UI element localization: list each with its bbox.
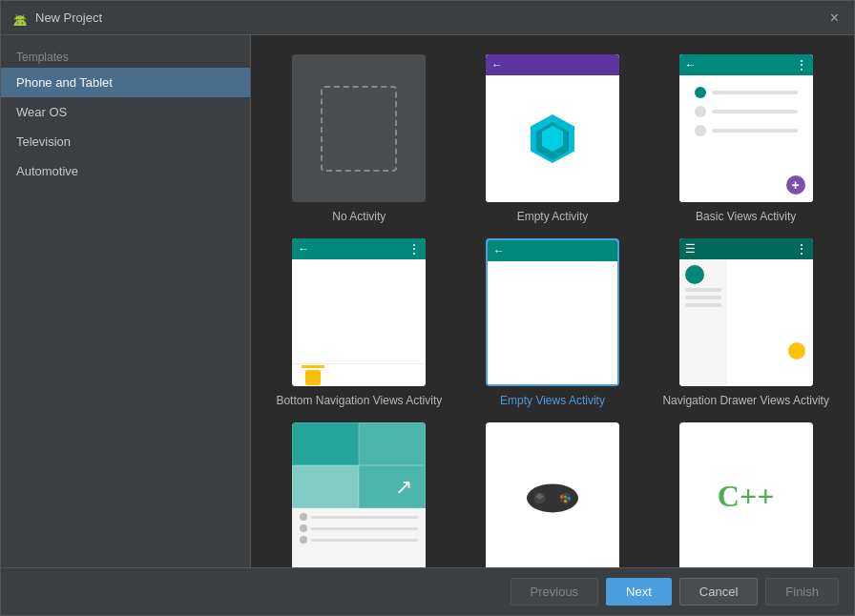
template-nav-drawer-thumb: ☰ ⋮ xyxy=(679,238,813,386)
template-empty-views[interactable]: ← Empty Views Activity xyxy=(464,238,642,407)
template-no-activity-label: No Activity xyxy=(332,210,386,223)
chart-list xyxy=(292,508,426,567)
dialog-body: Templates Phone and Tablet Wear OS Telev… xyxy=(1,35,854,567)
chart-list-line-3 xyxy=(311,539,418,542)
dashed-box xyxy=(321,86,397,172)
template-responsive-views[interactable]: ↗ xyxy=(270,422,448,567)
template-empty-views-label: Empty Views Activity xyxy=(500,394,605,407)
list-row-3 xyxy=(687,121,805,140)
game-preview xyxy=(486,422,619,567)
template-native-cpp[interactable]: C++ Native C++ xyxy=(657,422,835,567)
empty-views-toolbar: ← xyxy=(488,240,617,261)
cpp-label-text: C++ xyxy=(718,479,775,514)
template-no-activity[interactable]: No Activity xyxy=(270,54,448,223)
sidebar: Templates Phone and Tablet Wear OS Telev… xyxy=(1,35,251,567)
drawer-circle xyxy=(685,265,704,284)
back-arrow-icon: ← xyxy=(491,58,503,72)
template-bottom-nav-label: Bottom Navigation Views Activity xyxy=(276,394,442,407)
template-game-activity[interactable]: Game Activity xyxy=(464,422,642,567)
sidebar-item-phone-tablet[interactable]: Phone and Tablet xyxy=(1,68,250,97)
cpp-preview: C++ xyxy=(679,422,813,567)
chart-list-row-1 xyxy=(300,513,418,521)
svg-point-11 xyxy=(564,500,567,503)
chart-cell-1 xyxy=(292,422,359,465)
template-no-activity-thumb xyxy=(292,54,426,202)
list-line-3 xyxy=(712,129,798,133)
svg-point-9 xyxy=(564,495,567,498)
finish-button[interactable]: Finish xyxy=(765,578,839,606)
sidebar-item-phone-tablet-label: Phone and Tablet xyxy=(16,75,113,90)
sidebar-item-television-label: Television xyxy=(16,134,71,149)
bottom-nav-content xyxy=(292,259,426,363)
svg-point-10 xyxy=(568,497,571,500)
chart-list-row-3 xyxy=(300,536,418,544)
nav-drawer-more-icon: ⋮ xyxy=(795,241,807,257)
chart-cell-4 xyxy=(359,465,426,508)
sidebar-item-wear-os[interactable]: Wear OS xyxy=(1,97,250,127)
empty-views-content xyxy=(488,261,617,384)
sidebar-section-templates: Templates xyxy=(1,43,250,68)
drawer-line-3 xyxy=(685,303,721,307)
android-icon xyxy=(12,10,28,26)
chart-list-dot-3 xyxy=(300,536,307,544)
nav-drawer-preview: ☰ ⋮ xyxy=(679,238,813,386)
basic-views-toolbar: ← ⋮ xyxy=(679,54,813,75)
basic-views-back-icon: ← xyxy=(685,58,697,72)
chart-arrow-icon: ↗ xyxy=(395,475,412,500)
basic-views-more-icon: ⋮ xyxy=(795,57,807,72)
list-dot-3 xyxy=(695,125,706,136)
empty-views-back-icon: ← xyxy=(493,244,505,257)
nav-drawer-body xyxy=(679,259,813,386)
list-row-1 xyxy=(687,83,805,102)
list-line-1 xyxy=(712,91,798,94)
sidebar-item-automotive[interactable]: Automotive xyxy=(1,156,250,186)
template-responsive-thumb: ↗ xyxy=(292,422,426,567)
previous-button[interactable]: Previous xyxy=(511,578,599,606)
svg-rect-7 xyxy=(538,494,542,500)
nav-drawer-fab xyxy=(788,342,805,359)
hex-logo xyxy=(529,113,576,165)
chart-list-dot-1 xyxy=(300,513,307,521)
template-bottom-nav[interactable]: ← ⋮ Bottom Navigat xyxy=(270,238,448,407)
empty-activity-toolbar: ← xyxy=(486,54,619,75)
next-button[interactable]: Next xyxy=(606,578,672,606)
bottom-nav-toolbar: ← ⋮ xyxy=(292,238,426,259)
template-game-thumb xyxy=(486,422,619,567)
bottom-nav-back-icon: ← xyxy=(298,242,309,256)
bottom-nav-indicator xyxy=(302,365,324,368)
list-dot-2 xyxy=(695,106,706,117)
template-basic-views[interactable]: ← ⋮ xyxy=(657,54,835,223)
dialog-header: New Project × xyxy=(1,1,854,35)
dialog-title-text: New Project xyxy=(35,10,102,25)
content-area: No Activity ← xyxy=(251,35,854,567)
chart-list-row-2 xyxy=(300,524,418,532)
bottom-nav-more-icon: ⋮ xyxy=(407,241,420,257)
template-empty-activity[interactable]: ← Empty Activ xyxy=(464,54,642,223)
chart-list-dot-2 xyxy=(300,524,307,532)
nav-drawer-toolbar: ☰ ⋮ xyxy=(679,238,813,259)
dialog-title-area: New Project xyxy=(12,10,102,26)
sidebar-item-wear-os-label: Wear OS xyxy=(16,105,67,119)
empty-activity-content xyxy=(486,75,619,202)
templates-grid: No Activity ← xyxy=(251,35,854,567)
empty-activity-preview: ← xyxy=(486,54,619,202)
template-basic-views-thumb: ← ⋮ xyxy=(679,54,813,202)
template-nav-drawer[interactable]: ☰ ⋮ xyxy=(657,238,835,407)
close-button[interactable]: × xyxy=(826,9,843,28)
empty-views-preview: ← xyxy=(488,240,617,384)
drawer-main xyxy=(727,259,813,386)
responsive-preview: ↗ xyxy=(292,422,426,567)
template-basic-views-label: Basic Views Activity xyxy=(696,210,796,223)
chart-list-line-2 xyxy=(311,527,418,530)
list-row-2 xyxy=(687,102,805,121)
sidebar-item-television[interactable]: Television xyxy=(1,127,250,156)
template-empty-activity-thumb: ← xyxy=(486,54,619,202)
nav-drawer-back-icon: ☰ xyxy=(685,242,696,256)
list-dot-1 xyxy=(695,87,706,98)
cancel-button[interactable]: Cancel xyxy=(679,578,758,606)
bottom-nav-icon xyxy=(305,370,321,385)
template-cpp-thumb: C++ xyxy=(679,422,813,567)
chart-cell-2 xyxy=(359,422,426,465)
chart-list-line-1 xyxy=(311,516,418,519)
bottom-nav-item xyxy=(302,365,324,385)
